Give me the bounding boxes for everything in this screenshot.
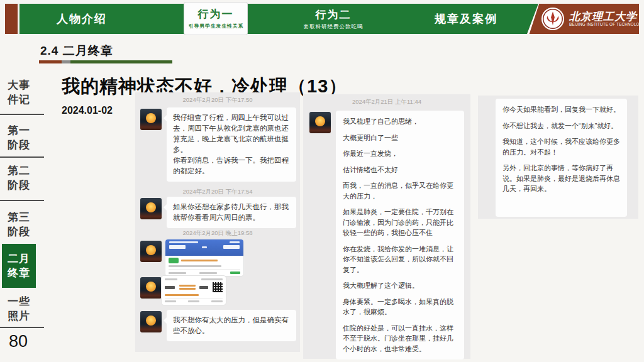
chat-timestamp: 2024年2月20日 下午17:50 xyxy=(135,96,300,104)
chat-bubble: 我不想你有太大的压力，但是确实有些不放心。 xyxy=(167,310,296,341)
avatar xyxy=(140,241,162,262)
message-text: 如果你还想在家多待几天也行，那我就帮你看看周六周日的票。 xyxy=(173,202,290,223)
sidebar-item-stage-2[interactable]: 第二 阶段 xyxy=(3,163,35,192)
sidebar-item-stage-3[interactable]: 第三 阶段 xyxy=(3,210,35,239)
text-line xyxy=(230,241,240,243)
flight-card-body xyxy=(165,256,243,276)
tab-rules-cases[interactable]: 规章及案例 xyxy=(416,4,516,34)
station-text xyxy=(165,286,175,289)
message-text: 另外，回北京的事情，等你病好了再说。如果是肺炎，最好是退烧后再休息几天，再回来。 xyxy=(502,163,620,194)
chat-timestamp: 2024年2月21日 上午11:44 xyxy=(303,98,470,106)
avatar xyxy=(140,311,162,332)
tab-label: 人物介绍 xyxy=(57,11,107,26)
avatar xyxy=(140,109,162,130)
sidebar-item-some-photos[interactable]: 一些 照片 xyxy=(3,294,35,323)
chat-bubble: 我又梳理了自己的思绪， 大概更明白了一些 你最近一直发烧， 估计情绪也不太好 而… xyxy=(336,111,464,359)
accent-block xyxy=(5,4,18,34)
chat-bubble: 如果你还想在家多待几天也行，那我就帮你看看周六周日的票。 xyxy=(167,197,296,228)
presentation-slide: 人物介绍 行为一 引导男学生发生性关系 行为二 套取科研经费公款吃喝 规章及案例… xyxy=(0,0,644,362)
tab-people-intro[interactable]: 人物介绍 xyxy=(28,4,135,34)
chat-bubble: 你今天如果能看到，回复我一下就好。 你不想让我去，就发一个“别来”就好。 我知道… xyxy=(496,99,627,217)
message-text: 你看到消息，告诉我一下。我把回程的都定好。 xyxy=(173,155,290,177)
sidebar-divider xyxy=(0,200,44,201)
text-line xyxy=(169,245,186,249)
chat-screenshot-3: 你今天如果能看到，回复我一下就好。 你不想让我去，就发一个“别来”就好。 我知道… xyxy=(478,96,638,219)
message-text: 身体要紧。一定多喝水，如果真的脱水了，很麻烦。 xyxy=(343,297,457,317)
text-line xyxy=(223,245,240,249)
price-text xyxy=(230,272,240,274)
sidebar-divider xyxy=(0,114,44,115)
top-nav-bar: 人物介绍 行为一 引导男学生发生性关系 行为二 套取科研经费公款吃喝 规章及案例… xyxy=(19,4,639,34)
date-range: 2024.01-02 xyxy=(62,105,113,116)
message-text: 我又梳理了自己的思绪， xyxy=(343,116,457,127)
card-divider xyxy=(169,269,240,270)
tab-label: 规章及案例 xyxy=(435,11,497,26)
text-line xyxy=(181,260,218,261)
university-logo-section: 北京理工大学 BEIJING INSTITUTE OF TECHNOLOGY xyxy=(527,4,639,34)
message-text: 你在发烧，我给你发的一堆消息，让你不知道该怎么回复，所以你就不回复了。 xyxy=(343,244,457,275)
message-text: 估计情绪也不太好 xyxy=(343,165,457,175)
diagonal-divider xyxy=(525,2,540,38)
qr-code xyxy=(213,282,223,292)
message-text: 我仔细查了行程，周四上午我可以过去，周四下午从敦化到龙嘉的票也还算充足，晚上龙嘉… xyxy=(173,112,290,155)
message-text: 住院的好处是，可以一直挂水，这样不至于脱水。门诊坐在那里，挂好几个小时的水，也非… xyxy=(343,323,457,354)
message-text: 你最近一直发烧， xyxy=(343,148,457,159)
chat-timestamp: 2024年2月20日 下午17:54 xyxy=(135,188,300,196)
station-text xyxy=(199,286,208,289)
tab-label: 行为一 xyxy=(198,7,234,21)
bit-emblem-icon xyxy=(541,7,565,31)
text-line xyxy=(169,241,198,243)
text-line xyxy=(165,278,177,280)
text-line xyxy=(169,265,221,267)
message-text: 你今天如果能看到，回复我一下就好。 xyxy=(502,104,620,115)
tab-sublabel: 引导男学生发生性关系 xyxy=(188,23,243,30)
university-name-cn: 北京理工大学 xyxy=(569,11,644,23)
sidebar-item-stage-1[interactable]: 第一 阶段 xyxy=(3,123,35,152)
tab-sublabel: 套取科研经费公款吃喝 xyxy=(304,23,364,31)
message-text: 如果是肺炎，一定要住院，千万别在门诊输液，因为门诊的药，只能开比较轻一些的药，我… xyxy=(343,207,457,238)
avatar xyxy=(140,198,162,219)
text-line xyxy=(202,246,207,248)
chat-screenshot-1: 2024年2月20日 下午17:50 我仔细查了行程，周四上午我可以过去，周四下… xyxy=(135,92,300,352)
action-link[interactable] xyxy=(188,300,199,302)
flight-card-header xyxy=(165,239,243,256)
text-line xyxy=(165,294,199,296)
chat-bubble: 我仔细查了行程，周四上午我可以过去，周四下午从敦化到龙嘉的票也还算充足，晚上龙嘉… xyxy=(167,107,296,182)
tab-behavior-1-active[interactable]: 行为一 引导男学生发生性关系 xyxy=(184,3,247,35)
flight-ticket-card[interactable] xyxy=(165,239,243,276)
message-text: 我不想你有太大的压力，但是确实有些不放心。 xyxy=(173,315,290,336)
sidebar-divider xyxy=(0,327,44,328)
message-text: 我大概理解了这个逻辑。 xyxy=(343,280,457,291)
sidebar-divider xyxy=(0,156,44,158)
section-underline xyxy=(39,60,172,63)
chat-timestamp: 2024年2月20日 晚上19:58 xyxy=(135,229,300,238)
sidebar-item-big-events[interactable]: 大事 件记 xyxy=(3,78,35,107)
tab-behavior-2[interactable]: 行为二 套取科研经费公款吃喝 xyxy=(270,4,396,34)
avatar xyxy=(309,112,331,133)
action-link[interactable] xyxy=(211,300,223,302)
message-text: 而我，一直的消息，似乎又在给你更大的压力， xyxy=(343,180,457,201)
tab-label: 行为二 xyxy=(316,8,352,22)
action-link[interactable] xyxy=(165,300,176,302)
message-text: 你不想让我去，就发一个“别来”就好。 xyxy=(502,121,620,131)
message-text: 我知道，这个时候，我不应该给你更多的压力。对不起！ xyxy=(502,136,620,157)
text-line xyxy=(201,278,223,280)
text-line xyxy=(199,272,217,274)
text-line xyxy=(179,285,196,287)
card-divider xyxy=(165,298,223,299)
text-line xyxy=(179,288,196,290)
section-heading: 2.4 二月终章 xyxy=(40,43,113,59)
avatar xyxy=(140,277,162,299)
message-text: 大概更明白了一些 xyxy=(343,133,457,143)
train-ticket-card[interactable] xyxy=(162,276,226,305)
green-tag xyxy=(169,258,179,263)
text-line xyxy=(169,272,186,274)
sidebar-item-february-finale-active[interactable]: 二月 终章 xyxy=(2,244,36,288)
page-number: 80 xyxy=(9,332,28,351)
university-name-en: BEIJING INSTITUTE OF TECHNOLOGY xyxy=(569,23,644,27)
chat-screenshot-2: 2024年2月21日 上午11:44 我又梳理了自己的思绪， 大概更明白了一些 … xyxy=(303,94,470,359)
